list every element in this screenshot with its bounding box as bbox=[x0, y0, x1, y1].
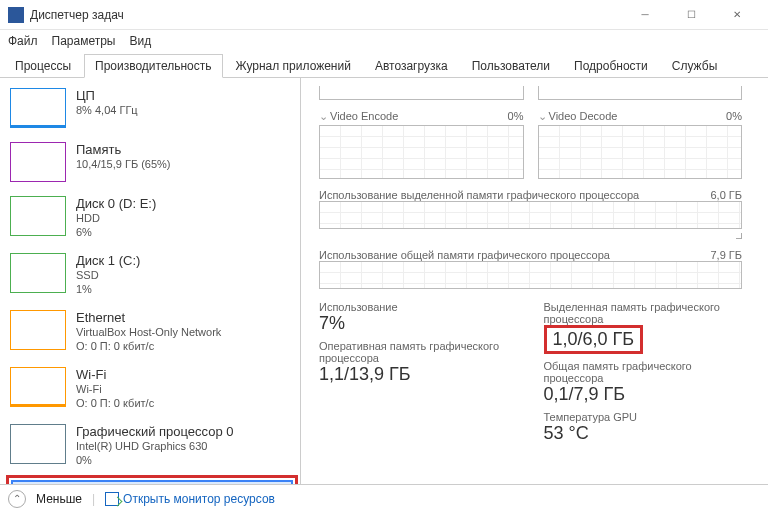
sidebar-item-disk0[interactable]: Диск 0 (D: E:)HDD6% bbox=[6, 190, 298, 245]
annotation-highlight-value: 1,0/6,0 ГБ bbox=[544, 325, 644, 354]
scale-tick-icon bbox=[736, 233, 742, 239]
sidebar-item-cpu[interactable]: ЦП8% 4,04 ГГц bbox=[6, 82, 298, 134]
video-decode-graph bbox=[538, 125, 743, 179]
memory-thumb bbox=[10, 142, 66, 182]
app-icon bbox=[8, 7, 24, 23]
stat-usage: 7% bbox=[319, 313, 518, 334]
chevron-down-icon: ⌄ bbox=[319, 110, 328, 122]
sidebar-item-disk1[interactable]: Диск 1 (C:)SSD1% bbox=[6, 247, 298, 302]
menu-options[interactable]: Параметры bbox=[52, 34, 116, 48]
annotation-highlight-sidebar: Графический процессор 1NVIDIA GeForce GT… bbox=[6, 475, 298, 484]
fewer-details-label[interactable]: Меньше bbox=[36, 492, 82, 506]
dedicated-mem-graph bbox=[319, 201, 742, 229]
footer: ⌃ Меньше | Открыть монитор ресурсов bbox=[0, 484, 768, 512]
sidebar[interactable]: ЦП8% 4,04 ГГц Память10,4/15,9 ГБ (65%) Д… bbox=[0, 78, 301, 484]
menu-file[interactable]: Файл bbox=[8, 34, 38, 48]
gpu-thumb bbox=[10, 424, 66, 464]
tab-details[interactable]: Подробности bbox=[563, 54, 659, 77]
video-encode-graph bbox=[319, 125, 524, 179]
chart-truncated bbox=[538, 86, 743, 100]
sidebar-item-memory[interactable]: Память10,4/15,9 ГБ (65%) bbox=[6, 136, 298, 188]
dedicated-mem-label: Использование выделенной памяти графичес… bbox=[319, 189, 639, 201]
minimize-button[interactable]: ─ bbox=[622, 0, 668, 30]
ethernet-thumb bbox=[10, 310, 66, 350]
disk-thumb bbox=[10, 253, 66, 293]
chart-video-decode[interactable]: ⌄Video Decode0% bbox=[538, 110, 743, 179]
wifi-thumb bbox=[10, 367, 66, 407]
disk-thumb bbox=[10, 196, 66, 236]
tab-app-history[interactable]: Журнал приложений bbox=[225, 54, 362, 77]
tab-users[interactable]: Пользователи bbox=[461, 54, 561, 77]
tabbar: Процессы Производительность Журнал прило… bbox=[0, 52, 768, 78]
maximize-button[interactable]: ☐ bbox=[668, 0, 714, 30]
shared-mem-label: Использование общей памяти графического … bbox=[319, 249, 610, 261]
sidebar-item-gpu0[interactable]: Графический процессор 0Intel(R) UHD Grap… bbox=[6, 418, 298, 473]
detail-pane: ⌄Video Encode0% ⌄Video Decode0% Использо… bbox=[301, 78, 760, 484]
menu-view[interactable]: Вид bbox=[129, 34, 151, 48]
stat-shared-mem: 0,1/7,9 ГБ bbox=[544, 384, 743, 405]
tab-services[interactable]: Службы bbox=[661, 54, 728, 77]
chart-truncated bbox=[319, 86, 524, 100]
open-resource-monitor-link[interactable]: Открыть монитор ресурсов bbox=[105, 492, 275, 506]
chart-video-encode[interactable]: ⌄Video Encode0% bbox=[319, 110, 524, 179]
menubar: Файл Параметры Вид bbox=[0, 30, 768, 52]
resource-monitor-icon bbox=[105, 492, 119, 506]
cpu-thumb bbox=[10, 88, 66, 128]
close-button[interactable]: ✕ bbox=[714, 0, 760, 30]
stat-temperature: 53 °C bbox=[544, 423, 743, 444]
stat-gpu-ram: 1,1/13,9 ГБ bbox=[319, 364, 518, 385]
collapse-button[interactable]: ⌃ bbox=[8, 490, 26, 508]
shared-mem-graph bbox=[319, 261, 742, 289]
sidebar-item-wifi[interactable]: Wi-FiWi-FiО: 0 П: 0 кбит/с bbox=[6, 361, 298, 416]
titlebar: Диспетчер задач ─ ☐ ✕ bbox=[0, 0, 768, 30]
sidebar-item-gpu1[interactable]: Графический процессор 1NVIDIA GeForce GT… bbox=[11, 480, 293, 484]
chevron-down-icon: ⌄ bbox=[538, 110, 547, 122]
tab-performance[interactable]: Производительность bbox=[84, 54, 222, 78]
tab-startup[interactable]: Автозагрузка bbox=[364, 54, 459, 77]
tab-processes[interactable]: Процессы bbox=[4, 54, 82, 77]
sidebar-item-ethernet[interactable]: EthernetVirtualBox Host-Only NetworkО: 0… bbox=[6, 304, 298, 359]
window-title: Диспетчер задач bbox=[30, 8, 622, 22]
